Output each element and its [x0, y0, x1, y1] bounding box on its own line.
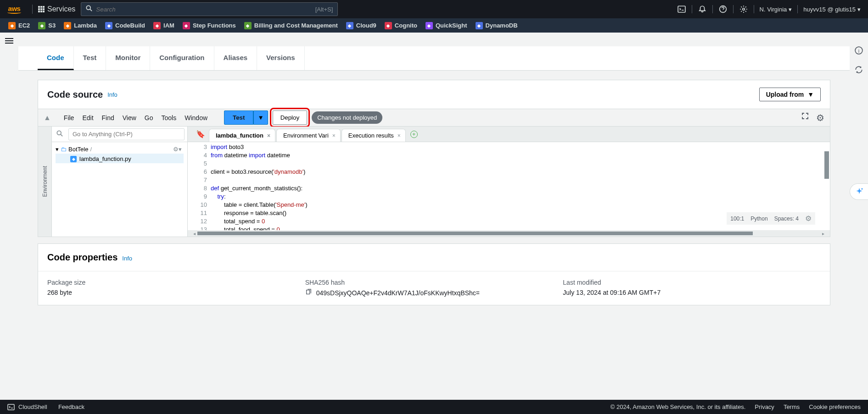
sha-value: 049sDSjxyQOAQe+F2v4dKrW7A1J/oFsKKwyHtxqB… [316, 289, 480, 297]
test-dropdown[interactable]: ▼ [253, 110, 268, 125]
refresh-icon[interactable] [855, 66, 863, 76]
feedback-link[interactable]: Feedback [58, 403, 84, 410]
favorite-service[interactable]: ◆QuickSight [426, 22, 467, 29]
service-icon: ◆ [105, 22, 112, 29]
search-input[interactable] [96, 6, 315, 13]
favorite-service[interactable]: ◆Step Functions [183, 22, 236, 29]
copyright: © 2024, Amazon Web Services, Inc. or its… [610, 403, 746, 410]
help-icon[interactable] [718, 5, 728, 14]
favorite-service[interactable]: ◆Lambda [64, 22, 97, 29]
bookmark-icon[interactable]: 🔖 [192, 130, 209, 138]
aws-logo[interactable]: aws [7, 5, 21, 14]
service-icon: ◆ [8, 22, 16, 29]
code-properties-title: Code properties [47, 252, 118, 263]
service-icon: ◆ [38, 22, 45, 29]
file-search-icon[interactable] [55, 128, 65, 140]
favorite-service[interactable]: ◆S3 [38, 22, 56, 29]
editor-tab[interactable]: Environment Vari× [276, 129, 341, 142]
horizontal-scrollbar[interactable] [197, 232, 753, 235]
tab-versions[interactable]: Versions [257, 46, 305, 70]
region-selector[interactable]: N. Virginia ▾ [760, 6, 792, 13]
services-grid-icon [38, 6, 45, 12]
favorite-service[interactable]: ◆CodeBuild [105, 22, 145, 29]
service-icon: ◆ [426, 22, 433, 29]
svg-line-1 [90, 9, 92, 11]
statusbar-settings-icon[interactable]: ⚙ [805, 214, 812, 223]
upload-from-button[interactable]: Upload from ▼ [759, 88, 821, 101]
line-gutter: 3456789101112131415161718 [188, 142, 211, 230]
close-tab-icon[interactable]: × [267, 132, 270, 139]
notifications-icon[interactable] [698, 5, 707, 14]
horizontal-scrollbar-track[interactable]: ◂ ▸ [188, 230, 830, 237]
favorite-service[interactable]: ◆IAM [153, 22, 174, 29]
package-size-value: 268 byte [47, 289, 305, 296]
terms-link[interactable]: Terms [784, 403, 800, 410]
ai-assistant-icon[interactable] [850, 183, 868, 200]
svg-rect-2 [678, 6, 685, 12]
svg-rect-13 [306, 290, 309, 294]
cookies-link[interactable]: Cookie preferences [809, 403, 861, 410]
code-properties-panel: Code properties Info Package size 268 by… [38, 243, 830, 305]
menu-view[interactable]: View [123, 114, 136, 121]
folder-icon: 🗀 [61, 146, 67, 153]
services-label: Services [47, 5, 75, 13]
tab-test[interactable]: Test [74, 46, 106, 70]
editor-settings-icon[interactable]: ⚙ [816, 112, 824, 123]
folder-row[interactable]: ▾ 🗀 BotTele / ⚙▾ [56, 145, 184, 154]
deploy-button[interactable]: Deploy [273, 110, 308, 125]
service-icon: ◆ [153, 22, 161, 29]
tab-code[interactable]: Code [38, 46, 74, 70]
file-row[interactable]: ◆ lambda_function.py [56, 154, 184, 163]
editor-sidebar-tab[interactable]: Environment [38, 127, 52, 237]
code-source-panel: Code source Info Upload from ▼ ▲ FileEdi… [38, 80, 830, 237]
search-icon [86, 5, 92, 13]
info-panel-icon[interactable]: i [855, 46, 863, 56]
favorite-service[interactable]: ◆Cognito [385, 22, 417, 29]
info-link[interactable]: Info [122, 255, 132, 262]
menu-find[interactable]: Find [102, 114, 114, 121]
caret-down-icon: ▾ [857, 6, 861, 13]
go-to-anything-input[interactable] [68, 128, 185, 140]
fullscreen-icon[interactable] [801, 112, 809, 123]
menu-tools[interactable]: Tools [162, 114, 177, 121]
settings-icon[interactable] [739, 5, 748, 14]
footer-bar: CloudShell Feedback © 2024, Amazon Web S… [0, 400, 868, 414]
collapse-icon[interactable]: ▲ [44, 114, 51, 122]
service-icon: ◆ [346, 22, 353, 29]
favorite-service[interactable]: ◆EC2 [8, 22, 30, 29]
info-link[interactable]: Info [107, 91, 118, 98]
code-window[interactable]: 3456789101112131415161718 import boto3fr… [188, 142, 830, 230]
left-rail [0, 33, 18, 51]
tab-configuration[interactable]: Configuration [150, 46, 214, 70]
sha-label: SHA256 hash [305, 279, 563, 286]
tab-monitor[interactable]: Monitor [106, 46, 150, 70]
vertical-scrollbar[interactable] [824, 151, 829, 179]
favorite-service[interactable]: ◆Cloud9 [346, 22, 376, 29]
menu-edit[interactable]: Edit [82, 114, 93, 121]
cloudshell-icon[interactable] [677, 5, 686, 14]
privacy-link[interactable]: Privacy [755, 403, 774, 410]
divider [32, 5, 33, 14]
test-button[interactable]: Test [224, 110, 253, 125]
tab-aliases[interactable]: Aliases [214, 46, 258, 70]
close-tab-icon[interactable]: × [398, 132, 401, 139]
menu-window[interactable]: Window [185, 114, 207, 121]
services-menu[interactable]: Services [38, 5, 75, 13]
side-nav-toggle[interactable] [5, 38, 13, 46]
add-tab-icon[interactable]: + [410, 131, 418, 138]
cloudshell-button[interactable]: CloudShell [7, 403, 47, 411]
folder-settings-icon[interactable]: ⚙▾ [173, 146, 182, 153]
modified-label: Last modified [563, 279, 821, 286]
close-tab-icon[interactable]: × [332, 132, 336, 139]
editor-tab[interactable]: Execution results× [342, 129, 406, 142]
menu-go[interactable]: Go [145, 114, 153, 121]
favorite-service[interactable]: ◆DynamoDB [476, 22, 518, 29]
favorites-bar: ◆EC2◆S3◆Lambda◆CodeBuild◆IAM◆Step Functi… [0, 18, 868, 33]
account-menu[interactable]: huyvv15 @ glutis15 ▾ [803, 6, 861, 13]
caret-down-icon: ▼ [807, 91, 814, 98]
copy-icon[interactable] [305, 289, 312, 297]
editor-tab[interactable]: lambda_function× [209, 129, 275, 142]
menu-file[interactable]: File [64, 114, 74, 121]
global-search[interactable]: [Alt+S] [81, 2, 338, 16]
favorite-service[interactable]: ◆Billing and Cost Management [244, 22, 338, 29]
